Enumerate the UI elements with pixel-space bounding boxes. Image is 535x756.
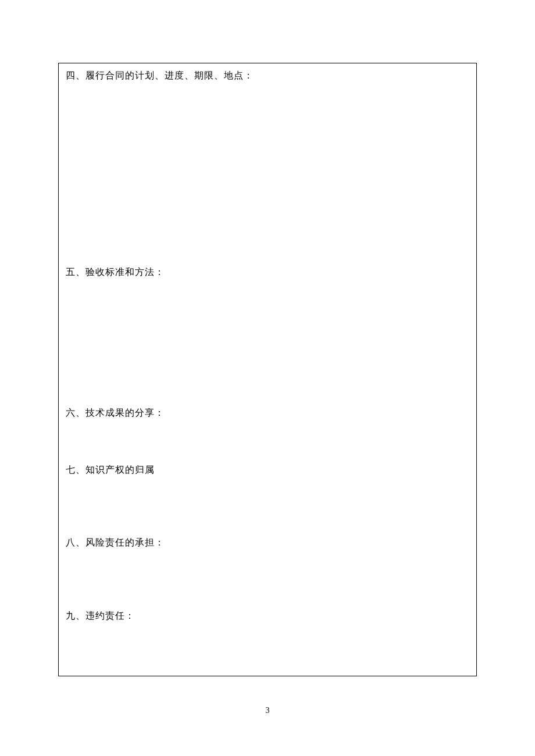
section-4-heading: 四、履行合同的计划、进度、期限、地点：: [66, 68, 469, 83]
section-8-heading: 八、风险责任的承担：: [66, 535, 469, 550]
section-5-heading: 五、验收标准和方法：: [66, 265, 469, 280]
section-6-heading: 六、技术成果的分享：: [66, 405, 469, 420]
document-frame: 四、履行合同的计划、进度、期限、地点： 五、验收标准和方法： 六、技术成果的分享…: [58, 63, 477, 676]
page-number: 3: [0, 706, 535, 715]
section-9-heading: 九、违约责任：: [66, 608, 469, 623]
section-7-heading: 七、知识产权的归属: [66, 462, 469, 477]
